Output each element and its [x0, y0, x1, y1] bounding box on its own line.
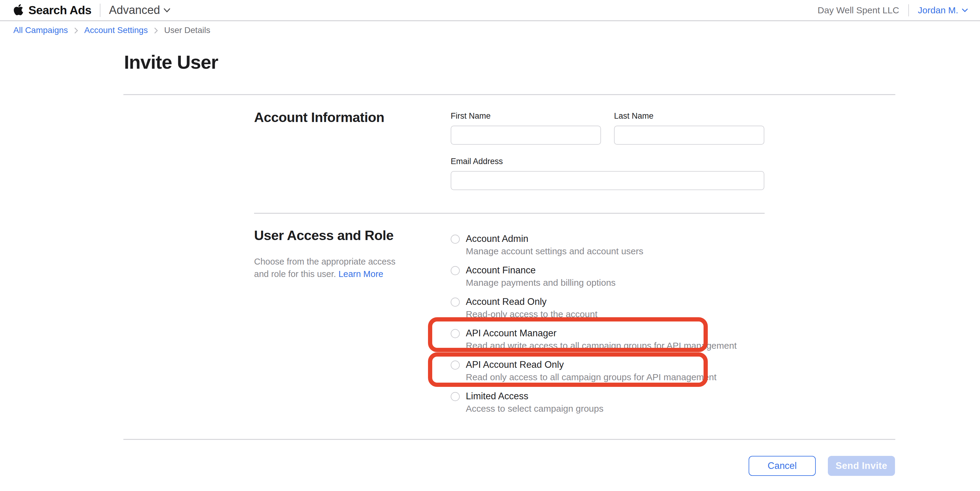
- breadcrumb-user-details: User Details: [164, 26, 210, 35]
- role-option-description: Manage payments and billing options: [466, 277, 616, 289]
- role-option-account-admin[interactable]: Account Admin Manage account settings an…: [451, 233, 771, 257]
- role-option-limited-access[interactable]: Limited Access Access to select campaign…: [451, 390, 771, 415]
- role-option-label: Account Read Only: [466, 295, 597, 308]
- product-menu[interactable]: Advanced: [109, 4, 170, 17]
- role-option-description: Read and write access to all campaign gr…: [466, 340, 737, 352]
- radio-button[interactable]: [451, 266, 460, 275]
- last-name-label: Last Name: [614, 109, 764, 121]
- product-menu-label: Advanced: [109, 4, 160, 17]
- top-navigation-bar: Search Ads Advanced Day Well Spent LLC J…: [0, 0, 980, 21]
- user-account-label: Jordan M.: [918, 5, 958, 16]
- role-option-label: Account Admin: [466, 233, 643, 245]
- radio-button[interactable]: [451, 360, 460, 370]
- page-title: Invite User: [124, 52, 218, 72]
- header-divider: [908, 4, 909, 16]
- last-name-field-group: Last Name: [614, 109, 764, 145]
- role-option-description: Access to select campaign groups: [466, 403, 603, 415]
- role-option-text: Account Admin Manage account settings an…: [466, 233, 643, 257]
- name-fields-row: First Name Last Name: [451, 109, 765, 145]
- header-right-group: Day Well Spent LLC Jordan M.: [818, 4, 968, 16]
- role-option-api-account-manager[interactable]: API Account Manager Read and write acces…: [451, 327, 771, 352]
- role-option-label: API Account Read Only: [466, 359, 717, 371]
- role-options-list: Account Admin Manage account settings an…: [451, 227, 771, 421]
- role-option-label: API Account Manager: [466, 327, 737, 340]
- user-access-role-description: Choose from the appropriate access and r…: [254, 255, 405, 280]
- role-option-text: Limited Access Access to select campaign…: [466, 390, 603, 415]
- send-invite-button[interactable]: Send Invite: [828, 456, 895, 476]
- breadcrumb-all-campaigns[interactable]: All Campaigns: [13, 26, 68, 35]
- role-option-text: Account Finance Manage payments and bill…: [466, 264, 616, 289]
- divider: [254, 213, 765, 214]
- breadcrumb: All Campaigns Account Settings User Deta…: [13, 26, 210, 35]
- first-name-field-group: First Name: [451, 109, 601, 145]
- email-input[interactable]: [451, 171, 764, 190]
- account-information-section: Account Information First Name Last Name…: [254, 109, 765, 190]
- cancel-button[interactable]: Cancel: [749, 456, 816, 476]
- role-option-text: API Account Read Only Read only access t…: [466, 359, 717, 383]
- divider: [123, 439, 895, 440]
- role-option-text: Account Read Only Read-only access to th…: [466, 295, 597, 320]
- user-access-role-heading: User Access and Role: [254, 227, 439, 244]
- radio-button[interactable]: [451, 298, 460, 307]
- user-access-role-section: User Access and Role Choose from the app…: [254, 227, 771, 421]
- organization-name: Day Well Spent LLC: [818, 5, 899, 16]
- role-option-label: Account Finance: [466, 264, 616, 277]
- account-information-heading-column: Account Information: [254, 109, 451, 190]
- chevron-down-icon: [962, 8, 968, 12]
- header-divider: [100, 4, 100, 17]
- role-option-api-account-read-only[interactable]: API Account Read Only Read only access t…: [451, 359, 771, 383]
- brand-title: Search Ads: [29, 4, 91, 17]
- account-information-form: First Name Last Name Email Address: [451, 109, 765, 190]
- first-name-input[interactable]: [451, 126, 601, 145]
- role-option-label: Limited Access: [466, 390, 603, 403]
- footer-actions: Cancel Send Invite: [749, 456, 895, 476]
- role-option-text: API Account Manager Read and write acces…: [466, 327, 737, 352]
- role-option-description: Read-only access to the account: [466, 308, 597, 320]
- radio-button[interactable]: [451, 392, 460, 401]
- role-option-account-finance[interactable]: Account Finance Manage payments and bill…: [451, 264, 771, 289]
- role-option-description: Manage account settings and account user…: [466, 245, 643, 257]
- first-name-label: First Name: [451, 109, 601, 121]
- user-access-heading-column: User Access and Role Choose from the app…: [254, 227, 451, 421]
- learn-more-link[interactable]: Learn More: [339, 269, 383, 279]
- divider: [123, 94, 895, 95]
- radio-button[interactable]: [451, 329, 460, 338]
- chevron-right-icon: [153, 27, 159, 34]
- invite-user-page: Search Ads Advanced Day Well Spent LLC J…: [0, 0, 980, 491]
- account-information-heading: Account Information: [254, 109, 439, 126]
- radio-button[interactable]: [451, 234, 460, 244]
- user-account-menu[interactable]: Jordan M.: [918, 5, 968, 16]
- email-label: Email Address: [451, 155, 765, 166]
- last-name-input[interactable]: [614, 126, 764, 145]
- chevron-right-icon: [73, 27, 79, 34]
- apple-logo-icon: [13, 3, 24, 16]
- brand-group: Search Ads: [13, 4, 91, 17]
- role-option-description: Read only access to all campaign groups …: [466, 371, 717, 383]
- chevron-down-icon: [164, 8, 170, 13]
- breadcrumb-account-settings[interactable]: Account Settings: [84, 26, 148, 35]
- role-option-account-read-only[interactable]: Account Read Only Read-only access to th…: [451, 295, 771, 320]
- email-field-group: Email Address: [451, 155, 765, 190]
